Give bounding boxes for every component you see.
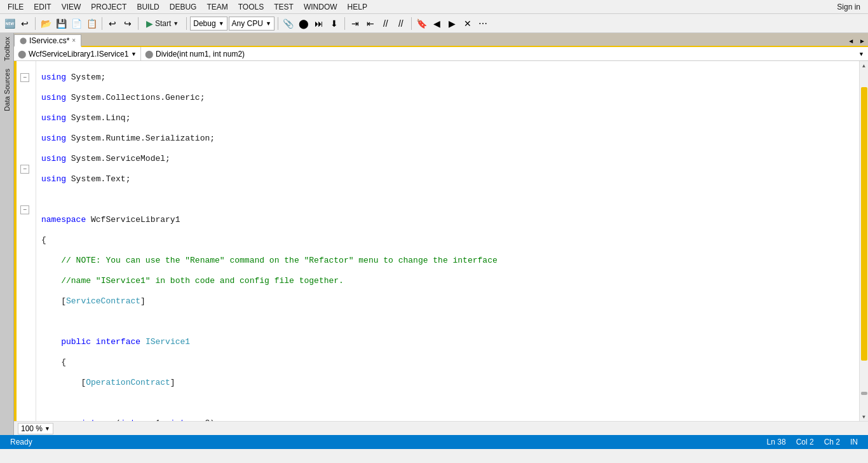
menu-debug[interactable]: DEBUG bbox=[165, 1, 202, 13]
undo-button[interactable]: ↩ bbox=[105, 17, 119, 31]
menu-build[interactable]: BUILD bbox=[132, 1, 164, 13]
start-button[interactable]: ▶ Start ▼ bbox=[142, 17, 183, 31]
main-area: Toolbox Data Sources ⬤ IService.cs* × ◄ … bbox=[0, 33, 868, 435]
class-dropdown-label: WcfServiceLibrary1.IService1 bbox=[29, 50, 128, 59]
menu-tools[interactable]: TOOLS bbox=[233, 1, 269, 13]
data-sources-label[interactable]: Data Sources bbox=[2, 65, 12, 115]
toolbox-label[interactable]: Toolbox bbox=[2, 33, 12, 65]
status-ins: IN bbox=[845, 438, 863, 446]
zoom-dropdown[interactable]: 100 % ▼ bbox=[18, 423, 53, 434]
class-dropdown[interactable]: ⬤ WcfServiceLibrary1.IService1 bbox=[14, 47, 141, 60]
menu-test[interactable]: TEST bbox=[269, 1, 299, 13]
class-nav-icon: ⬤ bbox=[18, 50, 26, 59]
code-editor[interactable]: − − − bbox=[14, 61, 868, 421]
prev-bookmark-button[interactable]: ◀ bbox=[430, 17, 444, 31]
more-button[interactable]: ⋯ bbox=[476, 17, 490, 31]
comment-button[interactable]: // bbox=[379, 17, 393, 31]
collapse-comment[interactable]: − bbox=[20, 165, 29, 174]
scroll-track[interactable] bbox=[860, 70, 869, 412]
menu-file[interactable]: FILE bbox=[3, 1, 29, 13]
status-ln: Ln 38 bbox=[762, 438, 791, 446]
code-content[interactable]: using System; using System.Collections.G… bbox=[36, 61, 859, 421]
tab-pin-icon: ⬤ bbox=[20, 37, 27, 44]
open-button[interactable]: 📂 bbox=[39, 17, 53, 31]
cpu-dropdown[interactable]: Any CPU bbox=[229, 17, 275, 31]
menu-window[interactable]: WINDOW bbox=[299, 1, 342, 13]
tab-close-icon[interactable]: × bbox=[72, 37, 76, 44]
menu-edit[interactable]: EDIT bbox=[29, 1, 56, 13]
attach-button[interactable]: 📎 bbox=[281, 17, 295, 31]
next-bookmark-button[interactable]: ▶ bbox=[445, 17, 459, 31]
scroll-up-arrow[interactable]: ▲ bbox=[860, 61, 869, 70]
toolbox-sidebar: Toolbox Data Sources bbox=[0, 33, 14, 435]
breakpoint-button[interactable]: ⬤ bbox=[297, 17, 311, 31]
redo-button[interactable]: ↪ bbox=[121, 17, 135, 31]
tab-bar: ⬤ IService.cs* × ◄ ► bbox=[14, 33, 868, 47]
step-in-button[interactable]: ⬇ bbox=[327, 17, 341, 31]
clear-bookmarks-button[interactable]: ✕ bbox=[461, 17, 475, 31]
status-bar: Ready Ln 38 Col 2 Ch 2 IN bbox=[0, 435, 868, 449]
outdent-button[interactable]: ⇤ bbox=[363, 17, 377, 31]
vertical-scrollbar[interactable]: ▲ ▼ bbox=[859, 61, 868, 421]
tab-iservice[interactable]: ⬤ IService.cs* × bbox=[14, 34, 81, 47]
save-all-button[interactable]: 📄 bbox=[69, 17, 83, 31]
status-ready: Ready bbox=[5, 438, 37, 446]
tab-scroll-left[interactable]: ◄ bbox=[845, 36, 857, 46]
debug-dropdown[interactable]: Debug bbox=[190, 17, 227, 31]
editor-footer: 100 % ▼ bbox=[14, 421, 868, 435]
start-dropdown-arrow[interactable]: ▼ bbox=[173, 20, 179, 27]
undo-group[interactable]: ↩ bbox=[18, 17, 32, 31]
scroll-thumb[interactable] bbox=[861, 87, 867, 361]
sign-in-button[interactable]: Sign in bbox=[832, 1, 865, 13]
save-button[interactable]: 💾 bbox=[54, 17, 68, 31]
indent-button[interactable]: ⇥ bbox=[348, 17, 362, 31]
start-icon: ▶ bbox=[146, 18, 153, 29]
menu-view[interactable]: VIEW bbox=[57, 1, 86, 13]
scroll-thumb-gray bbox=[861, 392, 867, 395]
uncomment-button[interactable]: // bbox=[394, 17, 408, 31]
step-over-button[interactable]: ⏭ bbox=[312, 17, 326, 31]
menu-bar: FILE EDIT VIEW PROJECT BUILD DEBUG TEAM … bbox=[0, 0, 868, 14]
toolbar: 🆕 ↩ 📂 💾 📄 📋 ↩ ↪ ▶ Start ▼ Debug Any CPU … bbox=[0, 14, 868, 33]
menu-help[interactable]: HELP bbox=[342, 1, 372, 13]
member-nav-icon: ⬤ bbox=[145, 50, 153, 59]
editor-area: ⬤ IService.cs* × ◄ ► ⬤ WcfServiceLibrary… bbox=[14, 33, 868, 435]
collapse-1[interactable]: − bbox=[20, 73, 29, 82]
status-col: Col 2 bbox=[791, 438, 819, 446]
start-label: Start bbox=[155, 19, 171, 28]
collapse-interface[interactable]: − bbox=[20, 205, 29, 214]
new-button[interactable]: 🆕 bbox=[3, 17, 17, 31]
save-alt-button[interactable]: 📋 bbox=[85, 17, 98, 31]
tab-scroll-right[interactable]: ► bbox=[857, 36, 868, 46]
tab-iservice-label: IService.cs* bbox=[29, 36, 69, 45]
member-dropdown[interactable]: ⬤ Divide(int num1, int num2) bbox=[141, 47, 868, 60]
nav-bar: ⬤ WcfServiceLibrary1.IService1 ⬤ Divide(… bbox=[14, 47, 868, 61]
menu-team[interactable]: TEAM bbox=[201, 1, 233, 13]
yellow-indicator bbox=[14, 61, 17, 421]
scroll-down-arrow[interactable]: ▼ bbox=[860, 412, 869, 421]
line-numbers: − − − bbox=[14, 61, 36, 421]
zoom-arrow[interactable]: ▼ bbox=[44, 425, 50, 432]
status-ch: Ch 2 bbox=[819, 438, 845, 446]
zoom-value: 100 % bbox=[21, 424, 43, 433]
member-dropdown-label: Divide(int num1, int num2) bbox=[156, 50, 245, 59]
menu-project[interactable]: PROJECT bbox=[86, 1, 132, 13]
bookmark-button[interactable]: 🔖 bbox=[415, 17, 429, 31]
